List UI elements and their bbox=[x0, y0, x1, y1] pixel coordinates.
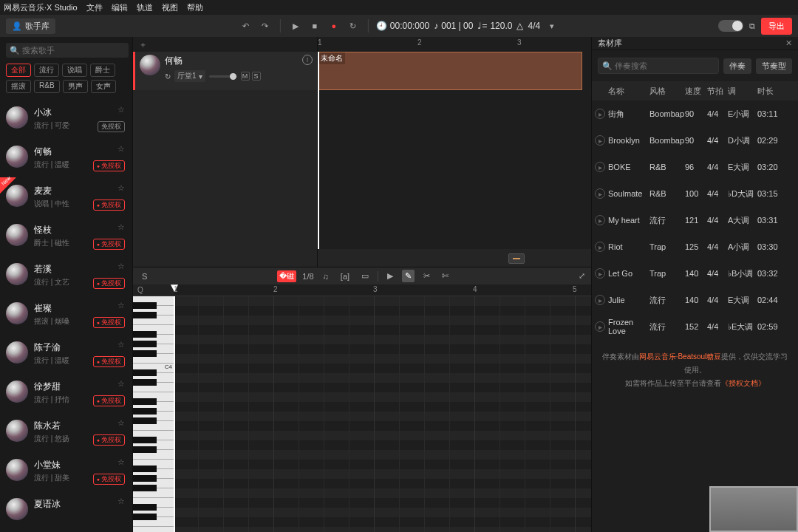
menu-edit[interactable]: 编辑 bbox=[112, 2, 128, 13]
mute-button[interactable]: M bbox=[241, 72, 250, 81]
beatsoul-link[interactable]: 网易云音乐·Beatsoul糖豆 bbox=[639, 352, 722, 361]
snap-magnet-icon[interactable]: �磁 bbox=[277, 270, 296, 282]
black-key[interactable] bbox=[133, 331, 157, 338]
favorite-icon[interactable]: ☆ bbox=[117, 379, 125, 389]
popout-icon[interactable]: ⧉ bbox=[749, 21, 755, 31]
material-row[interactable]: ▸Julie流行1404/4E大调02:44 bbox=[592, 287, 798, 313]
tag-male[interactable]: 男声 bbox=[63, 80, 88, 93]
play-button[interactable]: ▶ bbox=[288, 18, 303, 33]
favorite-icon[interactable]: ☆ bbox=[117, 457, 125, 467]
solo-button[interactable]: S bbox=[252, 72, 261, 81]
lyric-tool-icon[interactable]: [a] bbox=[338, 270, 352, 282]
singer-item[interactable]: 陈水若流行 | 悠扬☆●免授权 bbox=[0, 412, 132, 451]
favorite-icon[interactable]: ☆ bbox=[117, 144, 125, 154]
tab-accompaniment[interactable]: 伴奏 bbox=[723, 58, 751, 74]
tab-rhythm[interactable]: 节奏型 bbox=[756, 58, 792, 74]
eraser-tool-icon[interactable]: ✂ bbox=[420, 270, 433, 282]
tag-female[interactable]: 女声 bbox=[91, 80, 116, 93]
singer-item[interactable]: 小堂妹流行 | 甜美☆●免授权 bbox=[0, 451, 132, 491]
black-key[interactable] bbox=[133, 446, 157, 453]
tag-pop[interactable]: 流行 bbox=[34, 64, 59, 77]
tag-rock[interactable]: 摇滚 bbox=[6, 80, 31, 93]
h-scroll-thumb[interactable] bbox=[508, 253, 525, 264]
tag-all[interactable]: 全部 bbox=[6, 64, 31, 77]
stop-button[interactable]: ■ bbox=[307, 18, 322, 33]
menu-view[interactable]: 视图 bbox=[162, 2, 178, 13]
black-key[interactable] bbox=[133, 398, 157, 405]
timesig-dropdown-icon[interactable]: ▾ bbox=[545, 18, 559, 33]
black-key[interactable] bbox=[133, 302, 157, 309]
loop-button[interactable]: ↻ bbox=[346, 18, 361, 33]
redo-button[interactable]: ↷ bbox=[258, 18, 273, 33]
material-row[interactable]: ▸My heart流行1214/4A大调03:31 bbox=[592, 207, 798, 233]
favorite-icon[interactable]: ☆ bbox=[117, 340, 125, 349]
material-search-input[interactable] bbox=[598, 58, 719, 74]
export-button[interactable]: 导出 bbox=[761, 18, 792, 35]
play-preview-icon[interactable]: ▸ bbox=[595, 321, 605, 332]
audio-clip[interactable]: 未命名 bbox=[318, 52, 582, 90]
pointer-tool-icon[interactable]: ▶ bbox=[384, 270, 396, 282]
favorite-icon[interactable]: ☆ bbox=[117, 183, 125, 193]
expand-editor-icon[interactable]: ⤢ bbox=[579, 271, 585, 281]
black-key[interactable] bbox=[133, 514, 157, 520]
metronome-toggle[interactable]: △ bbox=[516, 21, 523, 31]
favorite-icon[interactable]: ☆ bbox=[117, 418, 125, 428]
quantize-label[interactable]: Q bbox=[133, 284, 174, 296]
material-row[interactable]: ▸BrooklynBoombap904/4D小调02:29 bbox=[592, 127, 798, 154]
menu-file[interactable]: 文件 bbox=[86, 2, 103, 13]
material-row[interactable]: ▸BOKER&B964/4E大调03:20 bbox=[592, 154, 798, 180]
add-track-button[interactable]: ＋ bbox=[139, 39, 147, 50]
play-preview-icon[interactable]: ▸ bbox=[595, 215, 605, 225]
favorite-icon[interactable]: ☆ bbox=[117, 105, 125, 115]
black-key[interactable] bbox=[133, 504, 157, 511]
tag-jazz[interactable]: 爵士 bbox=[90, 64, 115, 77]
loop-track-icon[interactable]: ↻ bbox=[165, 72, 171, 81]
piano-grid[interactable] bbox=[174, 296, 591, 532]
black-key[interactable] bbox=[133, 369, 157, 376]
timesig-display[interactable]: 4/4 bbox=[528, 21, 540, 31]
tag-rnb[interactable]: R&B bbox=[34, 80, 60, 93]
undo-button[interactable]: ↶ bbox=[239, 18, 253, 33]
black-key[interactable] bbox=[133, 417, 157, 424]
singer-item[interactable]: 何畅流行 | 温暖☆●免授权 bbox=[0, 138, 132, 177]
select-tool-icon[interactable]: ▭ bbox=[358, 270, 372, 282]
play-preview-icon[interactable]: ▸ bbox=[595, 135, 605, 146]
singer-library-button[interactable]: 👤 歌手库 bbox=[6, 18, 55, 34]
tempo-display[interactable]: ♩=120.0 bbox=[477, 21, 512, 31]
play-preview-icon[interactable]: ▸ bbox=[595, 109, 605, 119]
white-key[interactable] bbox=[133, 527, 174, 532]
snap-value[interactable]: 1/8 bbox=[302, 272, 313, 281]
black-key[interactable] bbox=[133, 437, 157, 443]
license-doc-link[interactable]: 《授权文档》 bbox=[721, 379, 765, 387]
favorite-icon[interactable]: ☆ bbox=[117, 497, 125, 506]
black-key[interactable] bbox=[133, 475, 157, 482]
black-key[interactable] bbox=[133, 485, 157, 491]
singer-item[interactable]: 若溪流行 | 文艺☆●免授权 bbox=[0, 256, 132, 295]
favorite-icon[interactable]: ☆ bbox=[117, 222, 125, 232]
cut-tool-icon[interactable]: ✄ bbox=[439, 270, 451, 282]
play-preview-icon[interactable]: ▸ bbox=[595, 188, 605, 199]
solo-editor-button[interactable]: S bbox=[139, 270, 150, 282]
time-display[interactable]: 🕘00:00:000 bbox=[376, 21, 429, 31]
play-preview-icon[interactable]: ▸ bbox=[595, 162, 605, 172]
black-key[interactable] bbox=[133, 312, 157, 318]
preset-select[interactable]: 厅堂1 ▾ bbox=[174, 70, 205, 82]
dark-mode-toggle[interactable] bbox=[718, 20, 743, 32]
track-lanes[interactable]: 未命名 bbox=[318, 52, 591, 267]
playhead-marker[interactable] bbox=[318, 52, 319, 267]
volume-slider[interactable] bbox=[209, 75, 237, 78]
playhead-line[interactable] bbox=[174, 296, 175, 532]
piano-ruler[interactable]: 12345 bbox=[174, 284, 591, 296]
bar-ruler[interactable]: 1234 bbox=[318, 37, 591, 52]
black-key[interactable] bbox=[133, 350, 157, 357]
track-header[interactable]: 何畅 ↻ 厅堂1 ▾ M S ! bbox=[133, 52, 317, 90]
menu-track[interactable]: 轨道 bbox=[137, 2, 153, 13]
record-button[interactable]: ● bbox=[327, 18, 341, 33]
black-key[interactable] bbox=[133, 408, 157, 415]
black-key[interactable] bbox=[133, 466, 157, 472]
menu-help[interactable]: 帮助 bbox=[187, 2, 203, 13]
singer-list[interactable]: 小冰流行 | 可爱☆免授权何畅流行 | 温暖☆●免授权麦麦说唱 | 中性☆●免授… bbox=[0, 99, 132, 532]
material-row[interactable]: ▸SoulmateR&B1004/4♭D大调03:15 bbox=[592, 180, 798, 207]
singer-item[interactable]: 崔璨摇滚 | 烟嗓☆●免授权 bbox=[0, 295, 132, 334]
singer-item[interactable]: 怪枝爵士 | 磁性☆●免授权 bbox=[0, 216, 132, 256]
